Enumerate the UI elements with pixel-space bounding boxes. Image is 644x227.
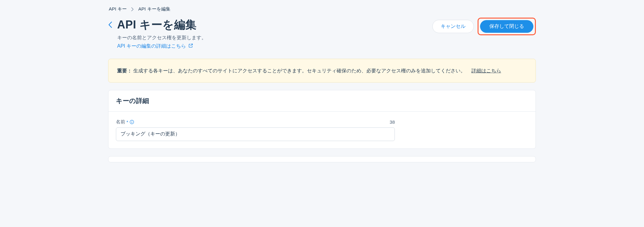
breadcrumb: API キー API キーを編集 [108,6,536,12]
name-field-label: 名前 * [116,119,134,125]
external-link-icon [188,43,193,49]
save-button[interactable]: 保存して閉じる [480,20,533,33]
next-card-peek [108,156,536,162]
key-details-card: キーの詳細 名前 * 38 [108,90,536,149]
warning-alert: 重要： 生成する各キーは、あなたのすべてのサイトにアクセスすることができます。セ… [108,59,536,83]
help-link-text: API キーの編集の詳細はこちら [117,43,186,49]
info-icon[interactable] [130,120,134,124]
chevron-right-icon [131,7,134,11]
page-subtitle: キーの名前とアクセス権を更新します。 [117,35,206,41]
help-link[interactable]: API キーの編集の詳細はこちら [117,43,206,49]
breadcrumb-item-root[interactable]: API キー [109,6,127,12]
cancel-button[interactable]: キャンセル [432,20,474,33]
alert-strong: 重要： [117,68,132,73]
name-input[interactable] [116,127,395,141]
required-indicator: * [126,119,128,125]
alert-details-link[interactable]: 詳細はこちら [471,68,501,73]
char-counter: 38 [390,119,395,125]
page-title: API キーを編集 [117,18,206,32]
section-title: キーの詳細 [116,96,528,105]
save-button-highlight: 保存して閉じる [478,18,536,35]
alert-text: 生成する各キーは、あなたのすべてのサイトにアクセスすることができます。セキュリテ… [133,68,465,73]
breadcrumb-item-current: API キーを編集 [138,6,170,12]
back-button[interactable] [108,21,112,28]
card-header: キーの詳細 [108,90,536,112]
page-header: API キーを編集 キーの名前とアクセス権を更新します。 API キーの編集の詳… [108,18,536,49]
name-label-text: 名前 [116,119,125,125]
